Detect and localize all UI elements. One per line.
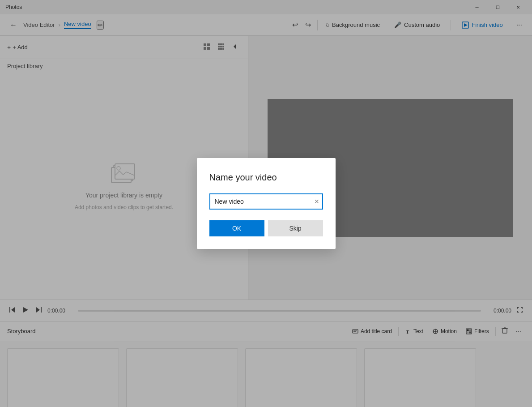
modal-overlay: Name your video ✕ OK Skip <box>0 0 532 407</box>
modal-title: Name your video <box>209 172 323 183</box>
modal-actions: OK Skip <box>209 220 323 236</box>
modal-input-wrap: ✕ <box>209 193 323 210</box>
ok-button[interactable]: OK <box>209 220 264 236</box>
name-video-modal: Name your video ✕ OK Skip <box>197 158 336 249</box>
skip-button[interactable]: Skip <box>268 220 323 236</box>
video-name-input[interactable] <box>209 193 323 210</box>
clear-input-button[interactable]: ✕ <box>314 198 319 205</box>
